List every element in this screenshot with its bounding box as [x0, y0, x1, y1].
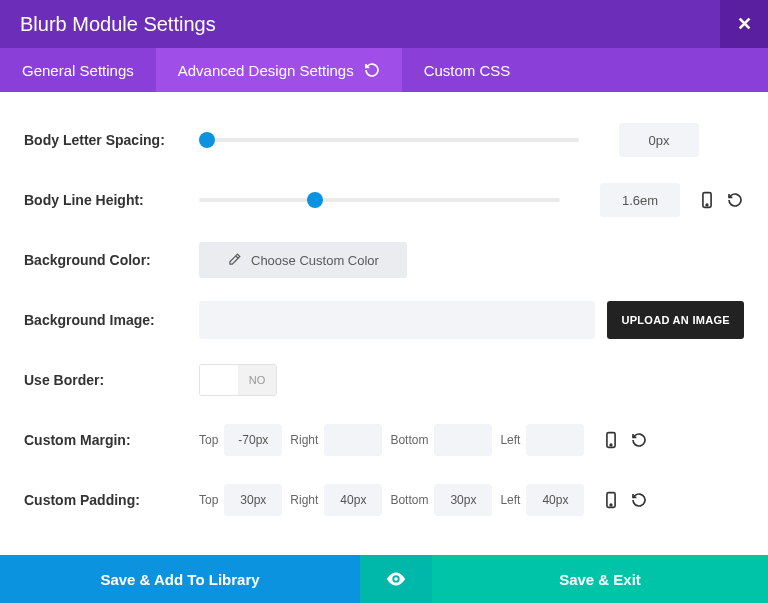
close-button[interactable]: ✕ — [720, 0, 768, 48]
spacing-right-label: Right — [290, 493, 318, 507]
row-background-color: Background Color: Choose Custom Color — [24, 230, 744, 290]
padding-right-input[interactable] — [324, 484, 382, 516]
row-body-line-height: Body Line Height: — [24, 170, 744, 230]
reset-icon[interactable] — [630, 491, 648, 509]
svg-point-5 — [611, 504, 613, 506]
tab-label: Advanced Design Settings — [178, 62, 354, 79]
row-body-letter-spacing: Body Letter Spacing: — [24, 110, 744, 170]
label-body-line-height: Body Line Height: — [24, 192, 199, 208]
label-body-letter-spacing: Body Letter Spacing: — [24, 132, 199, 148]
eyedropper-icon — [227, 253, 241, 267]
reset-icon — [364, 62, 380, 78]
tabs-bar: General Settings Advanced Design Setting… — [0, 48, 768, 92]
save-and-exit-button[interactable]: Save & Exit — [432, 555, 768, 603]
modal-title: Blurb Module Settings — [0, 13, 720, 36]
slider-body-letter-spacing[interactable] — [199, 138, 579, 142]
background-image-input[interactable] — [199, 301, 595, 339]
padding-top-input[interactable] — [224, 484, 282, 516]
slider-thumb[interactable] — [199, 132, 215, 148]
tab-label: Custom CSS — [424, 62, 511, 79]
use-border-toggle[interactable]: NO — [199, 364, 277, 396]
margin-top-input[interactable] — [224, 424, 282, 456]
row-custom-margin: Custom Margin: Top Right Bottom — [24, 410, 744, 470]
spacing-left-label: Left — [500, 493, 520, 507]
label-background-color: Background Color: — [24, 252, 199, 268]
label-custom-margin: Custom Margin: — [24, 432, 199, 448]
spacing-top-label: Top — [199, 493, 218, 507]
settings-body: Body Letter Spacing: Body Line Height: — [0, 92, 768, 555]
spacing-left-label: Left — [500, 433, 520, 447]
row-custom-padding: Custom Padding: Top Right Bottom — [24, 470, 744, 530]
padding-bottom-input[interactable] — [434, 484, 492, 516]
spacing-bottom-label: Bottom — [390, 433, 428, 447]
modal-footer: Save & Add To Library Save & Exit — [0, 555, 768, 603]
margin-left-input[interactable] — [526, 424, 584, 456]
input-body-letter-spacing[interactable] — [619, 123, 699, 157]
responsive-icon[interactable] — [602, 491, 620, 509]
spacing-right-label: Right — [290, 433, 318, 447]
label-use-border: Use Border: — [24, 372, 199, 388]
padding-left-input[interactable] — [526, 484, 584, 516]
spacing-bottom-label: Bottom — [390, 493, 428, 507]
reset-icon[interactable] — [726, 191, 744, 209]
row-use-border: Use Border: NO — [24, 350, 744, 410]
slider-thumb[interactable] — [307, 192, 323, 208]
input-body-line-height[interactable] — [600, 183, 680, 217]
responsive-icon[interactable] — [698, 191, 716, 209]
spacing-top-label: Top — [199, 433, 218, 447]
tab-general-settings[interactable]: General Settings — [0, 48, 156, 92]
tab-custom-css[interactable]: Custom CSS — [402, 48, 533, 92]
toggle-no[interactable]: NO — [238, 365, 276, 395]
svg-point-3 — [611, 444, 613, 446]
tab-label: General Settings — [22, 62, 134, 79]
responsive-icon[interactable] — [602, 431, 620, 449]
margin-bottom-input[interactable] — [434, 424, 492, 456]
upload-image-button[interactable]: UPLOAD AN IMAGE — [607, 301, 744, 339]
eye-icon — [385, 568, 407, 590]
row-background-image: Background Image: UPLOAD AN IMAGE — [24, 290, 744, 350]
svg-point-1 — [706, 204, 708, 206]
label-custom-padding: Custom Padding: — [24, 492, 199, 508]
choose-color-button[interactable]: Choose Custom Color — [199, 242, 407, 278]
choose-color-label: Choose Custom Color — [251, 253, 379, 268]
label-background-image: Background Image: — [24, 312, 199, 328]
preview-button[interactable] — [360, 555, 432, 603]
margin-right-input[interactable] — [324, 424, 382, 456]
save-add-to-library-button[interactable]: Save & Add To Library — [0, 555, 360, 603]
modal-header: Blurb Module Settings ✕ — [0, 0, 768, 48]
slider-body-line-height[interactable] — [199, 198, 560, 202]
reset-icon[interactable] — [630, 431, 648, 449]
tab-advanced-design-settings[interactable]: Advanced Design Settings — [156, 48, 402, 92]
toggle-yes[interactable] — [200, 365, 238, 395]
